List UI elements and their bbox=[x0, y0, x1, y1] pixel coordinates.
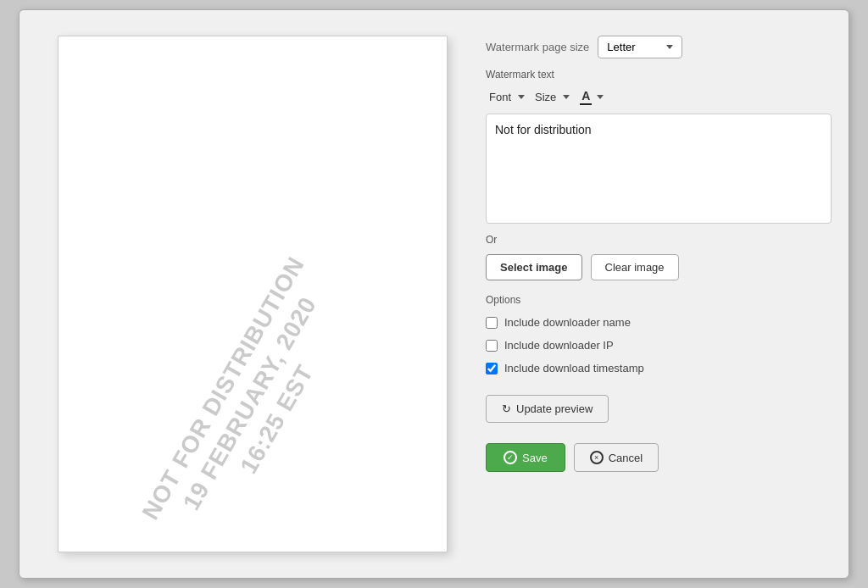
page-size-label: Watermark page size bbox=[486, 41, 589, 53]
include-downloader-name-checkbox[interactable] bbox=[486, 317, 498, 329]
font-dropdown[interactable]: Font bbox=[486, 89, 528, 105]
watermark-dialog: NOT FOR DISTRIBUTION 19 FEBRUARY, 2020 1… bbox=[19, 9, 849, 579]
page-size-row: Watermark page size Letter bbox=[486, 36, 832, 58]
watermark-text-label: Watermark text bbox=[486, 69, 832, 80]
size-chevron-icon bbox=[563, 95, 570, 99]
size-label: Size bbox=[535, 91, 556, 103]
cancel-button[interactable]: × Cancel bbox=[574, 443, 659, 472]
include-downloader-ip-checkbox[interactable] bbox=[486, 340, 498, 352]
cancel-x-icon: × bbox=[590, 451, 604, 464]
font-color-button[interactable]: A bbox=[576, 87, 607, 107]
option-downloader-ip-row: Include downloader IP bbox=[486, 339, 832, 352]
font-chevron-icon bbox=[518, 95, 525, 99]
preview-area: NOT FOR DISTRIBUTION 19 FEBRUARY, 2020 1… bbox=[36, 27, 469, 561]
page-preview: NOT FOR DISTRIBUTION 19 FEBRUARY, 2020 1… bbox=[58, 36, 448, 552]
options-label: Options bbox=[486, 294, 832, 306]
include-download-timestamp-label: Include download timestamp bbox=[504, 362, 644, 374]
page-size-value: Letter bbox=[607, 41, 635, 53]
update-preview-button[interactable]: ↻ Update preview bbox=[486, 395, 609, 423]
option-downloader-name-row: Include downloader name bbox=[486, 316, 832, 329]
chevron-down-icon bbox=[666, 45, 673, 49]
page-size-dropdown[interactable]: Letter bbox=[598, 36, 682, 58]
save-button[interactable]: ✓ Save bbox=[486, 443, 565, 472]
size-dropdown[interactable]: Size bbox=[531, 89, 573, 105]
controls-area: Watermark page size Letter Watermark tex… bbox=[486, 27, 832, 561]
watermark-line1: NOT FOR DISTRIBUTION bbox=[137, 252, 309, 524]
cancel-label: Cancel bbox=[609, 452, 643, 464]
include-downloader-ip-label: Include downloader IP bbox=[504, 339, 614, 352]
select-image-button[interactable]: Select image bbox=[486, 254, 582, 280]
font-options-row: Font Size A bbox=[486, 87, 832, 107]
color-underline bbox=[580, 103, 592, 105]
or-label: Or bbox=[486, 234, 832, 246]
watermark-textarea[interactable]: Not for distribution bbox=[486, 114, 832, 224]
watermark-overlay: NOT FOR DISTRIBUTION 19 FEBRUARY, 2020 1… bbox=[136, 251, 365, 552]
save-cancel-buttons-row: ✓ Save × Cancel bbox=[486, 443, 832, 472]
clear-image-button[interactable]: Clear image bbox=[591, 254, 679, 280]
font-label: Font bbox=[489, 91, 511, 103]
option-download-timestamp-row: Include download timestamp bbox=[486, 362, 832, 374]
watermark-line2: 19 FEBRUARY, 2020 bbox=[178, 292, 321, 514]
save-label: Save bbox=[522, 452, 548, 464]
save-check-icon: ✓ bbox=[504, 451, 517, 464]
image-buttons-row: Select image Clear image bbox=[486, 254, 832, 280]
action-buttons-row: ↻ Update preview bbox=[486, 395, 832, 423]
refresh-icon: ↻ bbox=[502, 402, 511, 415]
include-download-timestamp-checkbox[interactable] bbox=[486, 363, 498, 374]
watermark-line3: 16:25 EST bbox=[235, 360, 318, 478]
color-chevron-icon bbox=[597, 95, 604, 99]
update-preview-label: Update preview bbox=[516, 402, 593, 415]
include-downloader-name-label: Include downloader name bbox=[504, 316, 631, 329]
